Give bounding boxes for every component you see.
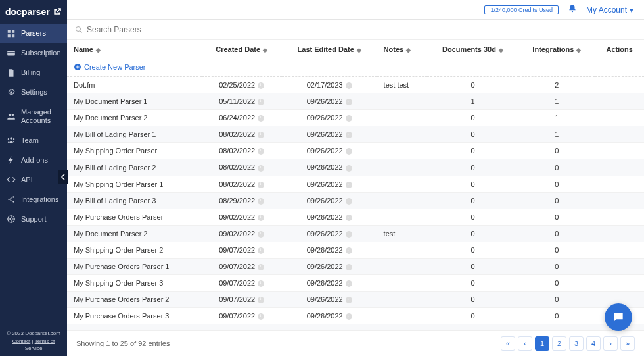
info-icon (258, 82, 264, 89)
table-row[interactable]: My Bill of Lading Parser 208/02/202209/2… (67, 159, 644, 176)
file-icon (7, 68, 16, 78)
table-row[interactable]: My Shipping Order Parser 209/07/202209/2… (67, 242, 644, 258)
cell-actions (595, 126, 644, 143)
info-icon (258, 99, 264, 105)
cell-name: My Shipping Order Parser 3 (67, 275, 202, 292)
info-icon (258, 313, 264, 320)
table-row[interactable]: My Purchase Orders Parser 109/07/202209/… (67, 259, 644, 275)
sidebar-item-team[interactable]: Team (0, 130, 67, 150)
cell-created: 09/07/2022 (202, 308, 282, 324)
table-wrap: Name◆ Created Date◆ Last Edited Date◆ No… (67, 40, 644, 330)
sidebar-item-support[interactable]: Support (0, 209, 67, 229)
table-row[interactable]: My Purchase Orders Parser 209/07/202209/… (67, 292, 644, 308)
page-btn-3[interactable]: 3 (569, 336, 584, 351)
cell-docs: 0 (427, 324, 519, 330)
sidebar-footer: © 2023 Docparser.com Contact | Terms of … (0, 326, 67, 356)
table-row[interactable]: My Bill of Lading Parser 108/02/202209/2… (67, 126, 644, 143)
page-btn-1[interactable]: 1 (535, 336, 549, 351)
sidebar-item-add-ons[interactable]: Add-ons (0, 150, 67, 170)
col-edited[interactable]: Last Edited Date◆ (282, 40, 377, 59)
cell-name: My Purchase Orders Parser 1 (67, 259, 202, 275)
table-row[interactable]: My Shipping Order Parser08/02/202209/26/… (67, 143, 644, 159)
page-btn-›[interactable]: › (603, 336, 618, 351)
sidebar-item-settings[interactable]: Settings (0, 83, 67, 103)
cell-name: My Shipping Order Parser 3 (67, 324, 202, 330)
sidebar-item-subscription[interactable]: Subscription (0, 43, 67, 63)
cell-docs: 0 (427, 308, 519, 324)
svg-rect-2 (8, 34, 11, 37)
col-docs[interactable]: Documents 30d◆ (427, 40, 519, 59)
sidebar-item-integrations[interactable]: Integrations (0, 190, 67, 209)
cell-notes (377, 324, 427, 330)
cell-notes (377, 176, 427, 192)
sidebar-item-managed-accounts[interactable]: Managed Accounts (0, 103, 67, 130)
svg-rect-0 (8, 30, 11, 33)
cell-notes (377, 242, 427, 258)
cell-created: 08/02/2022 (202, 126, 282, 143)
notifications-button[interactable] (568, 4, 577, 15)
search-input[interactable] (87, 25, 636, 34)
table-row[interactable]: My Document Parser 209/02/202209/26/2022… (67, 225, 644, 242)
team-icon (7, 136, 16, 145)
cell-notes: test (377, 225, 427, 242)
cell-integ: 0 (518, 275, 595, 292)
cell-edited: 02/17/2023 (282, 77, 377, 93)
table-row[interactable]: My Document Parser 206/24/202209/26/2022… (67, 110, 644, 126)
info-icon (346, 99, 352, 105)
contact-link[interactable]: Contact (12, 338, 31, 344)
cell-name: My Document Parser 2 (67, 110, 202, 126)
sidebar-item-label: Subscription (21, 49, 61, 57)
nav: ParsersSubscriptionBillingSettingsManage… (0, 24, 67, 326)
table-row[interactable]: Dot.fm02/25/202202/17/2023test test02 (67, 77, 644, 93)
sidebar-item-label: Support (21, 215, 47, 224)
info-icon (346, 132, 352, 138)
table-row[interactable]: My Bill of Lading Parser 308/29/202209/2… (67, 192, 644, 209)
credits-badge[interactable]: 1/240,000 Credits Used (484, 5, 559, 14)
page-btn-‹[interactable]: ‹ (518, 336, 532, 351)
info-icon (258, 280, 264, 287)
col-name[interactable]: Name◆ (67, 40, 202, 59)
svg-point-6 (10, 91, 12, 94)
sidebar-item-parsers[interactable]: Parsers (0, 24, 67, 43)
page-btn-2[interactable]: 2 (552, 336, 566, 351)
table-row[interactable]: My Document Parser 105/11/202209/26/2022… (67, 93, 644, 110)
cell-notes (377, 110, 427, 126)
account-menu[interactable]: My Account ▾ (586, 5, 633, 14)
create-parser-link[interactable]: Create New Parser (74, 63, 146, 71)
page-btn-«[interactable]: « (501, 336, 515, 351)
table-row[interactable]: My Purchase Orders Parser09/02/202209/26… (67, 209, 644, 225)
info-icon (346, 82, 352, 89)
sidebar-item-billing[interactable]: Billing (0, 63, 67, 83)
svg-rect-5 (7, 52, 15, 53)
cell-docs: 0 (427, 225, 519, 242)
table-row[interactable]: My Purchase Orders Parser 309/07/202209/… (67, 308, 644, 324)
table-row[interactable]: My Shipping Order Parser 108/02/202209/2… (67, 176, 644, 192)
cell-created: 08/02/2022 (202, 176, 282, 192)
chat-fab[interactable] (605, 303, 632, 331)
col-integ[interactable]: Integrations◆ (518, 40, 595, 59)
info-icon (346, 313, 352, 320)
table-row[interactable]: My Shipping Order Parser 309/07/202209/2… (67, 275, 644, 292)
col-created[interactable]: Created Date◆ (202, 40, 282, 59)
logo[interactable]: docparser (0, 0, 67, 24)
cell-name: My Purchase Orders Parser (67, 209, 202, 225)
sidebar-item-label: Integrations (21, 195, 58, 204)
cell-name: My Shipping Order Parser 1 (67, 176, 202, 192)
chat-icon (612, 311, 625, 324)
page-btn-4[interactable]: 4 (586, 336, 601, 351)
table-row[interactable]: My Shipping Order Parser 309/07/202209/2… (67, 324, 644, 330)
caret-down-icon: ▾ (630, 5, 633, 14)
sidebar-item-api[interactable]: API (0, 170, 67, 190)
cell-actions (595, 77, 644, 93)
page-btn-»[interactable]: » (620, 336, 635, 351)
cell-integ: 2 (518, 77, 595, 93)
sort-icon: ◆ (96, 47, 101, 53)
collapse-sidebar-button[interactable] (58, 170, 68, 184)
col-notes[interactable]: Notes◆ (377, 40, 427, 59)
cell-edited: 09/26/2022 (282, 209, 377, 225)
cell-edited: 09/26/2022 (282, 176, 377, 192)
cell-edited: 09/26/2022 (282, 324, 377, 330)
svg-point-16 (10, 218, 12, 221)
cell-docs: 0 (427, 259, 519, 275)
info-icon (258, 132, 264, 138)
